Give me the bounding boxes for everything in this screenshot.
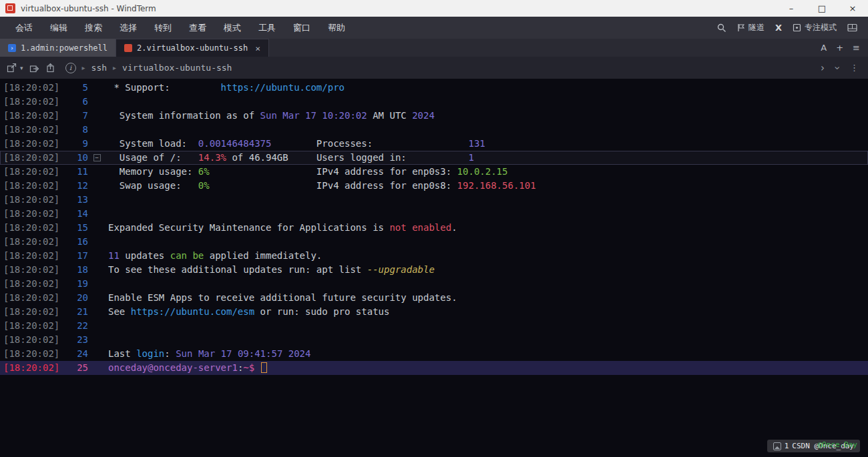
minimize-button[interactable]: – (776, 0, 807, 17)
terminal-line-9: [18:20:02]9 System load: 0.00146484375 P… (0, 137, 868, 151)
line-timestamp: [18:20:02] (0, 361, 64, 375)
terminal-line-24: [18:20:02]24Last login: Sun Mar 17 09:41… (0, 347, 868, 361)
duplicate-session-button[interactable] (29, 63, 39, 73)
line-text (105, 277, 868, 291)
line-timestamp: [18:20:02] (0, 123, 64, 137)
menu-item-5[interactable]: 转到 (146, 17, 180, 39)
detach-session-button[interactable] (45, 63, 55, 73)
menu-item-4[interactable]: 选择 (111, 17, 146, 39)
line-timestamp: [18:20:02] (0, 207, 64, 221)
windterm-logo-icon (5, 3, 15, 13)
more-options-icon[interactable]: ⋮ (850, 63, 859, 73)
line-number: 23 (64, 333, 88, 347)
breadcrumb-protocol[interactable]: ssh (91, 63, 107, 73)
search-icon[interactable] (717, 23, 726, 33)
line-timestamp: [18:20:02] (0, 291, 64, 305)
titlebar: virtualbox-ubuntu-ssh - WindTerm – □ × (0, 0, 868, 17)
breadcrumb-arrow-icon: ▸ (82, 64, 85, 71)
focus-mode-label: 专注模式 (805, 22, 837, 33)
line-text: System load: 0.00146484375 Processes: 13… (105, 137, 868, 151)
terminal-line-15: [18:20:02]15Expanded Security Maintenanc… (0, 221, 868, 235)
font-size-button[interactable]: A (821, 43, 827, 53)
breadcrumb-arrow-icon: ▸ (113, 64, 116, 71)
layout-grid-icon[interactable] (847, 23, 857, 32)
line-timestamp: [18:20:02] (0, 333, 64, 347)
line-number: 12 (64, 179, 88, 193)
tab-list: ›1.admin:powershell2.virtualbox-ubuntu-s… (0, 39, 269, 57)
session-info-icon[interactable]: i (65, 63, 76, 73)
terminal-line-20: [18:20:02]20Enable ESM Apps to receive a… (0, 291, 868, 305)
ssh-session-icon (124, 44, 132, 52)
line-text: Enable ESM Apps to receive additional fu… (105, 291, 868, 305)
terminal-line-8: [18:20:02]8 (0, 123, 868, 137)
tabbar: ›1.admin:powershell2.virtualbox-ubuntu-s… (0, 39, 868, 57)
expand-right-icon[interactable]: › (821, 62, 825, 74)
close-button[interactable]: × (837, 0, 868, 17)
menubar: 会话编辑搜索选择转到查看模式工具窗口帮助 隧道 X 专注模式 (0, 17, 868, 39)
menubar-right: 隧道 X 专注模式 (717, 22, 861, 33)
line-number: 13 (64, 193, 88, 207)
terminal-line-19: [18:20:02]19 (0, 277, 868, 291)
line-timestamp: [18:20:02] (0, 151, 64, 165)
close-tab-icon[interactable]: × (255, 43, 260, 53)
line-timestamp: [18:20:02] (0, 249, 64, 263)
new-session-button[interactable] (7, 63, 17, 73)
line-text (105, 207, 868, 221)
line-timestamp: [18:20:02] (0, 319, 64, 333)
fold-gutter (88, 123, 105, 137)
line-number: 14 (64, 207, 88, 221)
window-controls: – □ × (776, 0, 868, 17)
menu-item-9[interactable]: 窗口 (284, 17, 319, 39)
line-timestamp: [18:20:02] (0, 137, 64, 151)
menu-item-7[interactable]: 模式 (215, 17, 250, 39)
tab-active[interactable]: 2.virtualbox-ubuntu-ssh× (116, 39, 269, 57)
terminal-line-12: [18:20:02]12 Swap usage: 0% IPv4 address… (0, 179, 868, 193)
tabbar-controls: A + ≡ (821, 39, 868, 57)
line-number: 5 (64, 81, 88, 95)
fold-gutter (88, 347, 105, 361)
terminal-line-5: [18:20:02]5 * Support: https://ubuntu.co… (0, 81, 868, 95)
new-session-dropdown-icon[interactable]: ▾ (20, 65, 23, 71)
focus-icon (793, 23, 801, 32)
add-tab-button[interactable]: + (836, 43, 843, 53)
fold-gutter (88, 137, 105, 151)
terminal-line-14: [18:20:02]14 (0, 207, 868, 221)
toolbar-right: › › ⋮ (821, 62, 861, 74)
fold-gutter (88, 333, 105, 347)
chevron-down-icon[interactable]: › (831, 66, 843, 70)
line-text: Expanded Security Maintenance for Applic… (105, 221, 868, 235)
maximize-button[interactable]: □ (807, 0, 837, 17)
fold-gutter (88, 235, 105, 249)
fold-marker[interactable]: − (88, 151, 105, 165)
tab-list-menu-icon[interactable]: ≡ (853, 43, 860, 53)
fold-gutter (88, 319, 105, 333)
fold-gutter (88, 207, 105, 221)
line-text (105, 319, 868, 333)
menu-item-2[interactable]: 编辑 (41, 17, 76, 39)
fold-gutter (88, 221, 105, 235)
menu-item-10[interactable]: 帮助 (319, 17, 354, 39)
line-text: Swap usage: 0% IPv4 address for enp0s8: … (105, 179, 868, 193)
line-number: 21 (64, 305, 88, 319)
line-text (105, 235, 868, 249)
menu-item-3[interactable]: 搜索 (76, 17, 111, 39)
menu-item-8[interactable]: 工具 (250, 17, 284, 39)
tab-inactive[interactable]: ›1.admin:powershell (0, 39, 116, 57)
menu-item-6[interactable]: 查看 (180, 17, 215, 39)
focus-mode-button[interactable]: 专注模式 (793, 22, 837, 33)
line-text: Memory usage: 6% IPv4 address for enp0s3… (105, 165, 868, 179)
line-text: To see these additional updates run: apt… (105, 263, 868, 277)
image-icon (773, 442, 781, 450)
tunnel-button[interactable]: 隧道 (737, 22, 765, 33)
x-button[interactable]: X (775, 23, 782, 33)
line-number: 25 (64, 361, 88, 375)
line-timestamp: [18:20:02] (0, 193, 64, 207)
terminal[interactable]: [18:20:02]5 * Support: https://ubuntu.co… (0, 79, 868, 457)
fold-gutter (88, 249, 105, 263)
tab-label: 1.admin:powershell (21, 43, 107, 53)
breadcrumb-session[interactable]: virtualbox-ubuntu-ssh (122, 63, 232, 73)
menu-item-1[interactable]: 会话 (7, 17, 41, 39)
terminal-line-13: [18:20:02]13 (0, 193, 868, 207)
line-timestamp: [18:20:02] (0, 263, 64, 277)
flag-icon (737, 23, 745, 32)
